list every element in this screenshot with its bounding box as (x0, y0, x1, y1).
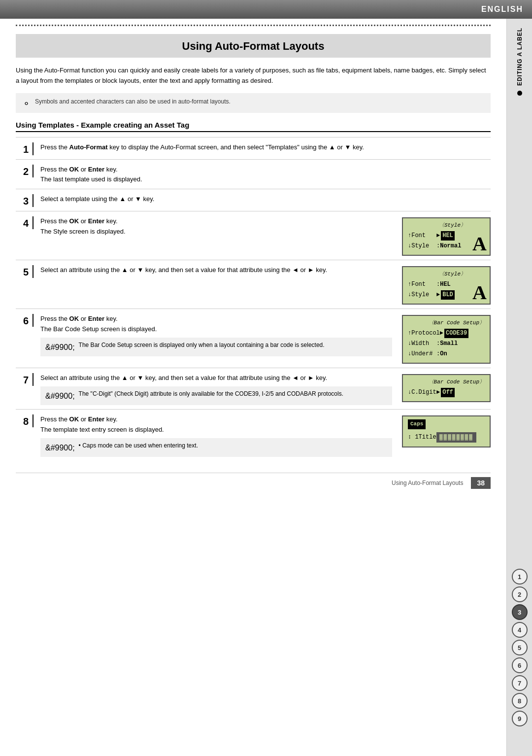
step-note: &#9900;The "C-Digit" (Check Digit) attri… (40, 386, 392, 405)
intro-text: Using the Auto-Format function you can q… (16, 66, 491, 86)
step-screen: 〈Style〉↑Font: HEL↓Style►BLDA (402, 266, 491, 305)
steps-container: 1Press the Auto-Format key to display th… (16, 137, 491, 461)
step-content: 〈Bar Code Setup〉↑Protocol►CODE39↓Width: … (33, 314, 491, 364)
sidebar-num-7: 7 (512, 675, 528, 691)
dotted-divider (16, 25, 491, 26)
step-screen: 〈Bar Code Setup〉↓C.Digit►Off (402, 374, 491, 402)
step-row: 1Press the Auto-Format key to display th… (16, 137, 491, 159)
lcd-row: ↕ 1Title▓▓▓▓▓▓▓▓ (408, 432, 485, 443)
sidebar-num-8: 8 (512, 693, 528, 709)
step-content: Select a template using the ▲ or ▼ key. (33, 194, 491, 205)
sidebar-num-3: 3 (512, 604, 528, 620)
step-content: Caps↕ 1Title▓▓▓▓▓▓▓▓Press the OK or Ente… (33, 414, 491, 457)
step-number: 4 (16, 216, 33, 229)
intro-note-text: Symbols and accented characters can also… (35, 97, 231, 106)
sidebar-num-4: 4 (512, 622, 528, 638)
footer-text: Using Auto-Format Layouts (392, 480, 463, 486)
step-row: 2Press the OK or Enter key.The last temp… (16, 159, 491, 189)
step-number: 3 (16, 194, 33, 207)
step-row: 5〈Style〉↑Font: HEL↓Style►BLDASelect an a… (16, 260, 491, 309)
footer-page: 38 (471, 477, 491, 489)
lcd-row: ↓Style►BLD (408, 290, 466, 300)
step-number: 1 (16, 142, 33, 155)
step-content: 〈Style〉↑Font►HEL↓Style: NormalAPress the… (33, 216, 491, 256)
lcd-screen: 〈Bar Code Setup〉↓C.Digit►Off (402, 374, 491, 402)
step-screen: Caps↕ 1Title▓▓▓▓▓▓▓▓ (402, 415, 491, 447)
page-title-box: Using Auto-Format Layouts (16, 34, 491, 58)
note-icon: &#9900; (45, 342, 75, 353)
section-heading: Using Templates - Example creating an As… (16, 121, 491, 132)
step-row: 4〈Style〉↑Font►HEL↓Style: NormalAPress th… (16, 211, 491, 260)
step-row: 6〈Bar Code Setup〉↑Protocol►CODE39↓Width:… (16, 309, 491, 368)
note-icon: ⚬ (23, 98, 30, 109)
right-sidebar: EDITING A LABEL 123456789 (506, 19, 532, 756)
note-icon: &#9900; (45, 390, 75, 402)
sidebar-numbers: 123456789 (512, 569, 528, 726)
lcd-screen: 〈Style〉↑Font►HEL↓Style: NormalA (402, 217, 491, 256)
step-screen: 〈Style〉↑Font►HEL↓Style: NormalA (402, 217, 491, 256)
step-row: 7〈Bar Code Setup〉↓C.Digit►OffSelect an a… (16, 368, 491, 409)
page-footer: Using Auto-Format Layouts 38 (16, 473, 491, 489)
lcd-row: ↑Font►HEL (408, 231, 466, 241)
step-note: &#9900;• Caps mode can be used when ente… (40, 438, 392, 457)
lcd-row: ↓Width: Small (408, 339, 485, 348)
sidebar-num-9: 9 (512, 711, 528, 726)
sidebar-num-1: 1 (512, 569, 528, 584)
lcd-screen: Caps↕ 1Title▓▓▓▓▓▓▓▓ (402, 415, 491, 447)
step-row: 8Caps↕ 1Title▓▓▓▓▓▓▓▓Press the OK or Ent… (16, 409, 491, 461)
note-icon: &#9900; (45, 442, 75, 454)
step-content: 〈Bar Code Setup〉↓C.Digit►OffSelect an at… (33, 373, 491, 405)
step-content: Press the Auto-Format key to display the… (33, 142, 491, 153)
language-label: ENGLISH (481, 5, 523, 14)
lcd-row: ↓Style: Normal (408, 241, 466, 251)
page-title: Using Auto-Format Layouts (182, 40, 325, 52)
sidebar-label: EDITING A LABEL (516, 28, 523, 96)
step-number: 5 (16, 265, 33, 278)
step-number: 8 (16, 414, 33, 427)
lcd-row: ↓C.Digit►Off (408, 388, 485, 397)
step-row: 3Select a template using the ▲ or ▼ key. (16, 189, 491, 211)
top-bar: ENGLISH (0, 0, 532, 19)
main-content: Using Auto-Format Layouts Using the Auto… (0, 25, 506, 509)
lcd-row: ↑Protocol►CODE39 (408, 329, 485, 338)
step-number: 6 (16, 314, 33, 327)
step-screen: 〈Bar Code Setup〉↑Protocol►CODE39↓Width: … (402, 315, 491, 364)
lcd-row: ↓Under#: On (408, 349, 485, 359)
step-number: 7 (16, 373, 33, 386)
step-content: 〈Style〉↑Font: HEL↓Style►BLDASelect an at… (33, 265, 491, 305)
step-note: &#9900;The Bar Code Setup screen is disp… (40, 338, 392, 356)
step-content: Press the OK or Enter key.The last templ… (33, 165, 491, 185)
sidebar-num-6: 6 (512, 657, 528, 673)
sidebar-bullet (517, 91, 522, 96)
intro-note-box: ⚬ Symbols and accented characters can al… (16, 93, 491, 113)
lcd-row: ↑Font: HEL (408, 280, 466, 289)
step-number: 2 (16, 165, 33, 177)
lcd-screen: 〈Bar Code Setup〉↑Protocol►CODE39↓Width: … (402, 315, 491, 364)
sidebar-num-2: 2 (512, 586, 528, 602)
sidebar-num-5: 5 (512, 640, 528, 655)
lcd-screen: 〈Style〉↑Font: HEL↓Style►BLDA (402, 266, 491, 305)
